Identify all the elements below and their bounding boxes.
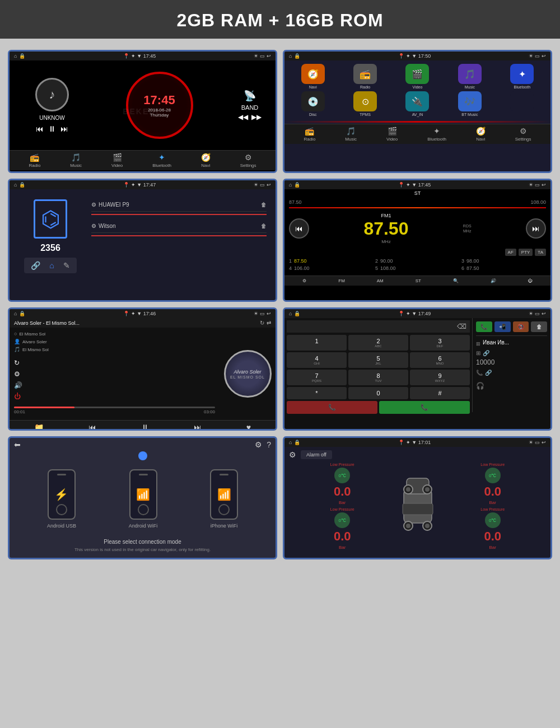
iphone-wifi-label: iPhone WiFi bbox=[211, 523, 238, 529]
bt-device-witson[interactable]: ⚙ Witson 🗑 bbox=[91, 220, 267, 233]
bottom-video[interactable]: 🎬 Video bbox=[111, 153, 123, 168]
preset-6[interactable]: 6 87.50 bbox=[461, 265, 546, 271]
status-bar-1: ⌂ 🔒 📍 ✦ ▼ 17:45 ☀ ▭ ↩ bbox=[10, 52, 276, 60]
band-prev-icon[interactable]: ◀◀ bbox=[238, 113, 248, 121]
dial-9[interactable]: 9WXYZ bbox=[410, 370, 470, 385]
dial-7[interactable]: 7PQRS bbox=[287, 370, 347, 385]
bottom-bluetooth[interactable]: ✦ Bluetooth bbox=[152, 153, 171, 168]
preset-5[interactable]: 5 108.00 bbox=[375, 265, 460, 271]
band-next-icon[interactable]: ▶▶ bbox=[251, 113, 262, 121]
play-pause-icon[interactable]: ⏸ bbox=[48, 124, 56, 133]
s2-bottom-video[interactable]: 🎬 Video bbox=[386, 127, 398, 142]
s2-bottom-navi[interactable]: 🧭 Navi bbox=[476, 127, 486, 142]
preset-3[interactable]: 3 98.00 bbox=[461, 258, 546, 264]
folder-icon[interactable]: 📁 bbox=[34, 423, 44, 431]
preset-1[interactable]: 1 87.50 bbox=[289, 258, 374, 264]
backspace-icon[interactable]: ⌫ bbox=[457, 323, 466, 330]
radio-st-btn[interactable]: ST bbox=[416, 278, 421, 283]
iphone-wifi-option[interactable]: 📶 iPhone WiFi bbox=[210, 469, 238, 529]
radio-eq-icon[interactable]: ⚙ bbox=[302, 278, 306, 283]
dial-2[interactable]: 2ABC bbox=[348, 335, 408, 351]
dial-1[interactable]: 1 bbox=[287, 335, 347, 351]
call-green-btn[interactable]: 📞 bbox=[476, 321, 492, 332]
android-usb-option[interactable]: ⚡ Android USB bbox=[47, 469, 76, 529]
dial-0[interactable]: 0 bbox=[348, 387, 408, 399]
progress-bar[interactable] bbox=[14, 407, 215, 408]
next-btn[interactable]: ⏭ bbox=[194, 423, 202, 431]
bottom-radio[interactable]: 📻 Radio bbox=[29, 153, 40, 168]
dial-3[interactable]: 3DEF bbox=[410, 335, 470, 351]
edit-icon[interactable]: ✎ bbox=[63, 261, 70, 270]
call-end-btn[interactable]: 📵 bbox=[513, 321, 529, 332]
app-btmusic[interactable]: 🎶 BT Music bbox=[445, 91, 494, 116]
app-disc[interactable]: 💿 Disc bbox=[288, 91, 338, 116]
dial-star[interactable]: * bbox=[287, 387, 347, 399]
bottom-navi[interactable]: 🧭 Navi bbox=[201, 153, 211, 168]
power-ctrl-icon[interactable]: ⏻ bbox=[14, 393, 215, 400]
android-wifi-option[interactable]: 📶 Android WiFi bbox=[129, 469, 158, 529]
dial-8[interactable]: 8TUV bbox=[348, 370, 408, 385]
playback-controls[interactable]: ⏮ ⏸ ⏭ bbox=[36, 124, 68, 133]
app-video[interactable]: 🎬 Video bbox=[393, 64, 442, 89]
phone-icon-contact[interactable]: 📞 bbox=[476, 370, 483, 376]
app-tpms[interactable]: ⊙ TPMS bbox=[340, 91, 390, 116]
radio-fm-btn[interactable]: FM bbox=[338, 278, 345, 283]
prev-btn[interactable]: ⏮ bbox=[88, 423, 96, 431]
dial-hash[interactable]: # bbox=[410, 387, 470, 399]
radio-am-btn[interactable]: AM bbox=[377, 278, 384, 283]
repeat-icon[interactable]: ↻ bbox=[260, 320, 264, 326]
speedo-day: Thursday bbox=[150, 113, 169, 118]
s2-bottom-settings[interactable]: ⚙ Settings bbox=[515, 127, 531, 142]
eq-ctrl-icon[interactable]: ⚙ bbox=[14, 370, 215, 378]
contact-action-1[interactable]: ⊞ bbox=[476, 350, 480, 356]
radio-prev-button[interactable]: ⏮ bbox=[289, 218, 309, 239]
next-track-icon[interactable]: ⏭ bbox=[60, 124, 68, 133]
volume-ctrl-icon[interactable]: 🔊 bbox=[14, 381, 215, 389]
delete-device-1-icon[interactable]: 🗑 bbox=[261, 202, 267, 208]
bottom-settings[interactable]: ⚙ Settings bbox=[240, 153, 256, 168]
radio-search-icon[interactable]: 🔍 bbox=[453, 278, 459, 283]
bt-device-huawei[interactable]: ⚙ HUAWEI P9 🗑 bbox=[91, 198, 267, 212]
radio-power-icon[interactable]: ⏻ bbox=[528, 278, 532, 283]
ta-button[interactable]: TA bbox=[535, 249, 546, 256]
dial-4[interactable]: 4GHI bbox=[287, 352, 347, 368]
home-bt-icon[interactable]: ⌂ bbox=[49, 261, 54, 270]
call-button[interactable]: 📞 bbox=[379, 401, 470, 414]
s7-back-icon[interactable]: ⬅ bbox=[14, 440, 21, 449]
dial-6[interactable]: 6MNO bbox=[410, 352, 470, 368]
end-call-button[interactable]: 📞 bbox=[287, 401, 377, 414]
radio-volume-icon[interactable]: 🔊 bbox=[491, 278, 496, 283]
s7-help-icon[interactable]: ? bbox=[267, 440, 271, 449]
heart-icon[interactable]: ♥ bbox=[246, 423, 251, 431]
af-button[interactable]: AF bbox=[505, 249, 516, 256]
tpms-gear-icon[interactable]: ⚙ bbox=[289, 450, 296, 459]
call-delete-btn[interactable]: 🗑 bbox=[531, 321, 547, 332]
contact-action-2[interactable]: 🔗 bbox=[483, 350, 489, 356]
preset-4[interactable]: 4 106.00 bbox=[289, 265, 374, 271]
freq-slider-bar[interactable] bbox=[289, 207, 546, 208]
s2-bottom-music[interactable]: 🎵 Music bbox=[345, 127, 357, 142]
s2-bottom-radio[interactable]: 📻 Radio bbox=[304, 127, 315, 142]
link-icon-contact[interactable]: 🔗 bbox=[485, 370, 492, 376]
pty-button[interactable]: PTY bbox=[519, 249, 533, 256]
prev-track-icon[interactable]: ⏮ bbox=[36, 124, 44, 133]
back-icon-5: ↩ bbox=[267, 311, 271, 316]
delete-device-2-icon[interactable]: 🗑 bbox=[261, 223, 267, 229]
s2-bottom-bt[interactable]: ✦ Bluetooth bbox=[427, 127, 446, 142]
s7-settings-icon[interactable]: ⚙ bbox=[255, 440, 262, 449]
shuffle-icon[interactable]: ⇄ bbox=[267, 320, 271, 326]
link-icon[interactable]: 🔗 bbox=[31, 261, 40, 270]
repeat-ctrl-icon[interactable]: ↻ bbox=[14, 359, 215, 367]
play-btn[interactable]: ⏸ bbox=[141, 423, 149, 431]
dial-5[interactable]: 5JKL bbox=[348, 352, 408, 368]
bottom-music[interactable]: 🎵 Music bbox=[70, 153, 82, 168]
app-navi[interactable]: 🧭 Navi bbox=[288, 64, 338, 89]
radio-next-button[interactable]: ⏭ bbox=[526, 218, 546, 239]
app-music[interactable]: 🎵 Music bbox=[445, 64, 494, 89]
app-avin[interactable]: 🔌 AV_IN bbox=[393, 91, 442, 116]
call-blue-btn[interactable]: 📲 bbox=[494, 321, 511, 332]
music-label: Music bbox=[70, 163, 82, 168]
app-radio[interactable]: 📻 Radio bbox=[340, 64, 390, 89]
app-bluetooth[interactable]: ✦ Bluetooth bbox=[497, 64, 547, 89]
preset-2[interactable]: 2 90.00 bbox=[375, 258, 460, 264]
